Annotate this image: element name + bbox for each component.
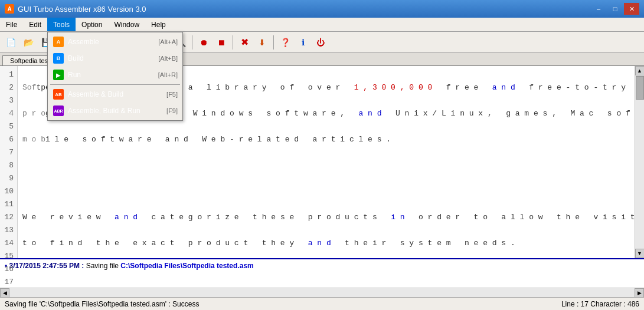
scroll-left-button[interactable]: ◀ [0,288,9,298]
menu-item-build[interactable]: B Build [Alt+B] [48,50,182,67]
menu-help[interactable]: Help [145,18,172,31]
goto-button[interactable]: ⬇ [254,34,270,51]
tools-dropdown: A Assemble [Alt+A] B Build [Alt+B] ▶ Run… [47,32,183,121]
menu-bar: File Edit Tools A Assemble [Alt+A] B Bui… [0,18,644,32]
log-path: C:\Softpedia Files\Softpedia tested.asm [120,262,253,270]
new-button[interactable]: 📄 [2,34,19,51]
scrollbar-track[interactable] [635,75,644,249]
editor-line-5 [22,185,630,198]
horizontal-scrollbar: ◀ ▶ [0,288,644,297]
menu-item-assemble-build[interactable]: AB Assemble & Build [F5] [48,86,182,103]
log-timestamp: 3/17/2015 2:47:55 PM : [9,262,84,270]
toolbar-sep-4 [233,35,233,50]
menu-option[interactable]: Option [76,18,108,31]
menu-file[interactable]: File [0,18,23,31]
line-numbers: 1 2 3 4 5 6 7 8 9 10 11 12 13 14 15 16 1… [0,66,18,258]
menu-item-run[interactable]: ▶ Run [Alt+R] [48,67,182,83]
menu-separator [50,84,180,85]
build-icon: B [53,52,64,64]
scroll-right-button[interactable]: ▶ [635,288,644,298]
power-button[interactable]: ⏻ [312,34,329,51]
menu-window[interactable]: Window [108,18,145,31]
title-bar: A GUI Turbo Assembler x86 Version 3.0 – … [0,0,644,18]
editor-line-3: m o bi l e s o f t w a r e a n d W e b -… [22,133,630,146]
toolbar-sep-3 [192,35,192,50]
help-button[interactable]: ❓ [277,34,293,51]
assemble-build-label: Assemble & Build [68,90,163,98]
assemble-build-run-icon: ABR [53,105,64,117]
assemble-build-run-shortcut: [F9] [166,107,178,114]
minimize-button[interactable]: – [591,3,606,15]
status-message: Saving file 'C:\Softpedia Files\Softpedi… [5,300,199,308]
status-bar: Saving file 'C:\Softpedia Files\Softpedi… [0,297,644,310]
info-button[interactable]: ℹ [295,34,311,51]
run-icon: ▶ [53,69,64,81]
status-position: Line : 17 Character : 486 [561,300,639,308]
assemble-shortcut: [Alt+A] [158,38,178,45]
assemble-build-run-label: Assemble, Build & Run [68,107,163,115]
build-label: Build [68,54,155,62]
maximize-button[interactable]: □ [607,3,623,15]
window-title: GUI Turbo Assembler x86 Version 3.0 [18,5,146,14]
run2-button[interactable]: ⏺ [195,34,212,51]
run-shortcut: [Alt+R] [158,71,178,78]
scroll-up-button[interactable]: ▲ [635,66,645,75]
editor-line-4 [22,159,630,172]
h-scrollbar-track[interactable] [9,288,635,297]
window-controls: – □ ✕ [591,3,639,15]
assemble-label: Assemble [68,38,155,46]
assemble-icon: A [53,36,64,48]
editor-line-7: t o f i n d t h e e x a c t p r o d u c … [22,237,630,250]
menu-item-assemble-build-run[interactable]: ABR Assemble, Build & Run [F9] [48,103,182,119]
scroll-down-button[interactable]: ▼ [635,249,645,258]
editor-line-6: W e r e v i e w a n d c a t e g o r i z … [22,211,630,224]
assemble-build-shortcut: [F5] [166,91,178,98]
app-icon: A [5,4,14,14]
menu-tools[interactable]: Tools A Assemble [Alt+A] B Build [Alt+B]… [47,18,76,31]
stop-button[interactable]: ⏹ [213,34,230,51]
debug-button[interactable]: ✖ [236,34,253,51]
log-area: • 3/17/2015 2:47:55 PM : Saving file C:\… [0,258,644,288]
assemble-build-icon: AB [53,88,64,100]
vertical-scrollbar: ▲ ▼ [635,66,644,258]
build-shortcut: [Alt+B] [158,55,178,62]
run-label: Run [68,71,155,79]
scrollbar-thumb[interactable] [636,76,644,100]
menu-item-assemble[interactable]: A Assemble [Alt+A] [48,34,182,50]
close-button[interactable]: ✕ [624,3,639,15]
open-button[interactable]: 📂 [20,34,37,51]
log-entry-1: • 3/17/2015 2:47:55 PM : Saving file C:\… [5,262,639,270]
toolbar-sep-5 [273,35,274,50]
log-message: Saving file C:\Softpedia Files\Softpedia… [86,262,254,270]
title-bar-left: A GUI Turbo Assembler x86 Version 3.0 [5,4,146,14]
menu-edit[interactable]: Edit [23,18,47,31]
